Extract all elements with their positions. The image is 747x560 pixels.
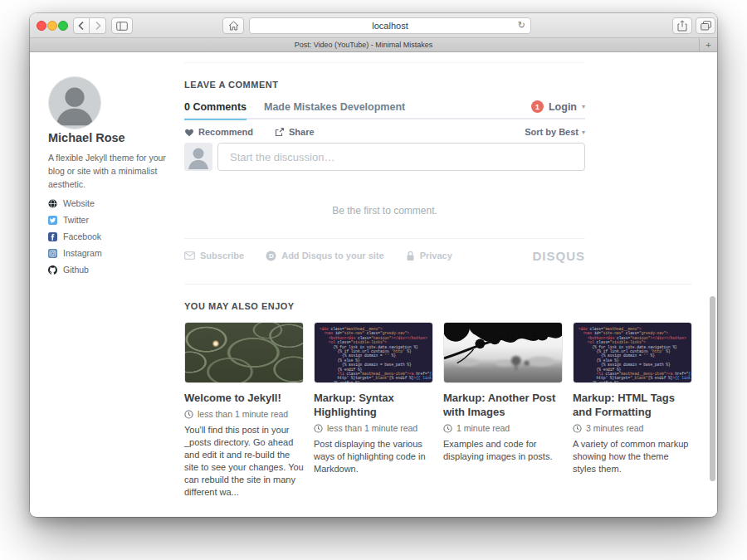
twitter-icon (48, 216, 57, 225)
active-tab-title[interactable]: Post: Video (YouTube) - Minimal Mistakes (30, 41, 697, 49)
sidebar-link-facebook[interactable]: Facebook (48, 228, 181, 245)
code-screenshot: <div class="masthead__menu"> <nav id="si… (574, 323, 691, 382)
share-button[interactable] (672, 17, 692, 34)
related-post-card[interactable]: Markup: Another Post with Images 1 minut… (443, 322, 563, 499)
related-post-card[interactable]: <div class="masthead__menu"> <nav id="si… (573, 322, 692, 499)
clock-icon (314, 424, 323, 433)
url-text: localhost (250, 21, 530, 31)
subscribe-link[interactable]: Subscribe (184, 251, 244, 261)
close-window-button[interactable] (37, 21, 46, 31)
related-posts-grid: Welcome to Jekyll! less than 1 minute re… (184, 322, 692, 499)
disqus-actions-row: Recommend Share Sort by Best ▾ (184, 125, 585, 139)
link-label: Twitter (63, 215, 89, 225)
related-post-card[interactable]: <div class="masthead__menu"> <nav id="si… (314, 322, 433, 499)
chevron-left-icon (77, 21, 85, 31)
svg-text:D: D (269, 252, 274, 260)
author-bio: A flexible Jekyll theme for your blog or… (48, 151, 174, 191)
section-divider (184, 284, 692, 285)
lock-icon (406, 251, 415, 261)
link-label: Github (63, 265, 89, 275)
person-silhouette-icon (49, 77, 100, 129)
disqus-divider (184, 238, 585, 239)
post-thumbnail-fog (443, 322, 563, 383)
recommend-button[interactable]: Recommend (184, 127, 253, 137)
foggy-tree-photo (444, 323, 562, 382)
post-meta: less than 1 minute read (184, 409, 304, 419)
post-meta: 3 minutes read (573, 423, 692, 433)
chevron-right-icon (94, 21, 102, 31)
tab-bar: Post: Video (YouTube) - Minimal Mistakes… (30, 38, 717, 52)
post-meta: less than 1 minute read (314, 423, 433, 433)
new-tab-button[interactable]: + (699, 38, 717, 52)
comments-section-heading: LEAVE A COMMENT (184, 80, 278, 90)
browser-window: localhost ↻ Post: Video (YouTube) - Mini… (30, 13, 717, 517)
disqus-wordmark[interactable]: DISQUS (532, 249, 585, 263)
community-link[interactable]: Made Mistakes Development (264, 101, 405, 113)
sort-menu[interactable]: Sort by Best ▾ (525, 127, 585, 137)
share-box-icon (275, 127, 285, 137)
minimize-window-button[interactable] (47, 21, 57, 31)
share-icon (677, 20, 687, 32)
login-menu[interactable]: 1 Login ▾ (531, 100, 585, 113)
clock-icon (573, 424, 582, 433)
read-time: 3 minutes read (586, 423, 643, 433)
chevron-down-icon: ▾ (582, 129, 585, 136)
address-bar[interactable]: localhost ↻ (249, 17, 531, 34)
add-disqus-label: Add Disqus to your site (281, 251, 383, 261)
post-title[interactable]: Markup: HTML Tags and Formatting (573, 391, 692, 419)
comment-input[interactable] (217, 143, 585, 171)
post-meta: 1 minute read (443, 423, 563, 433)
sidebar-link-instagram[interactable]: Instagram (48, 245, 181, 261)
subscribe-label: Subscribe (200, 251, 244, 261)
refresh-icon[interactable]: ↻ (518, 20, 525, 31)
heart-icon (184, 128, 194, 137)
home-button[interactable] (222, 17, 244, 34)
post-thumbnail-code: <div class="masthead__menu"> <nav id="si… (314, 322, 433, 383)
code-screenshot: <div class="masthead__menu"> <nav id="si… (315, 323, 432, 382)
content-top-divider (184, 62, 585, 63)
page-content: Michael Rose A flexible Jekyll theme for… (30, 52, 717, 516)
sidebar-link-website[interactable]: Website (48, 195, 181, 212)
related-post-card[interactable]: Welcome to Jekyll! less than 1 minute re… (184, 322, 304, 499)
sidebar-link-github[interactable]: Github (48, 261, 181, 278)
add-disqus-link[interactable]: D Add Disqus to your site (266, 251, 383, 261)
post-excerpt: You'll find this post in your _posts dir… (184, 424, 304, 499)
post-excerpt: A variety of common markup showing how t… (573, 438, 692, 475)
tab-comment-count[interactable]: 0 Comments (184, 101, 247, 120)
clock-icon (184, 410, 193, 419)
notification-badge: 1 (531, 100, 544, 113)
home-icon (228, 21, 239, 31)
read-time: less than 1 minute read (198, 409, 288, 419)
author-avatar (48, 76, 101, 129)
read-time: less than 1 minute read (327, 423, 417, 433)
link-label: Instagram (63, 248, 102, 258)
sidebar-icon (116, 22, 128, 31)
forward-button[interactable] (90, 17, 106, 34)
github-icon (48, 265, 57, 275)
back-button[interactable] (73, 17, 90, 34)
zoom-window-button[interactable] (58, 21, 68, 31)
disqus-d-icon: D (266, 251, 276, 261)
sidebar-link-twitter[interactable]: Twitter (48, 212, 181, 228)
post-title[interactable]: Markup: Syntax Highlighting (314, 391, 433, 419)
history-nav-group (73, 17, 106, 34)
privacy-link[interactable]: Privacy (406, 251, 452, 261)
show-all-tabs-button[interactable] (696, 17, 715, 34)
post-thumbnail-moss (184, 322, 304, 383)
recommend-label: Recommend (198, 127, 253, 137)
moss-photo (185, 323, 303, 382)
sidebar-toggle-button[interactable] (111, 17, 133, 34)
envelope-icon (184, 251, 195, 260)
disqus-tabs: 0 Comments Made Mistakes Development 1 L… (184, 100, 585, 119)
share-discussion-button[interactable]: Share (275, 127, 315, 137)
link-label: Facebook (63, 231, 101, 241)
sort-label: Sort by Best (525, 127, 579, 137)
post-title[interactable]: Markup: Another Post with Images (443, 391, 563, 419)
post-title[interactable]: Welcome to Jekyll! (184, 391, 304, 405)
related-section-heading: YOU MAY ALSO ENJOY (184, 301, 295, 311)
privacy-label: Privacy (420, 251, 452, 261)
scrollbar[interactable] (710, 296, 715, 481)
clock-icon (443, 424, 452, 433)
browser-titlebar: localhost ↻ (30, 13, 717, 38)
login-label: Login (549, 101, 577, 113)
